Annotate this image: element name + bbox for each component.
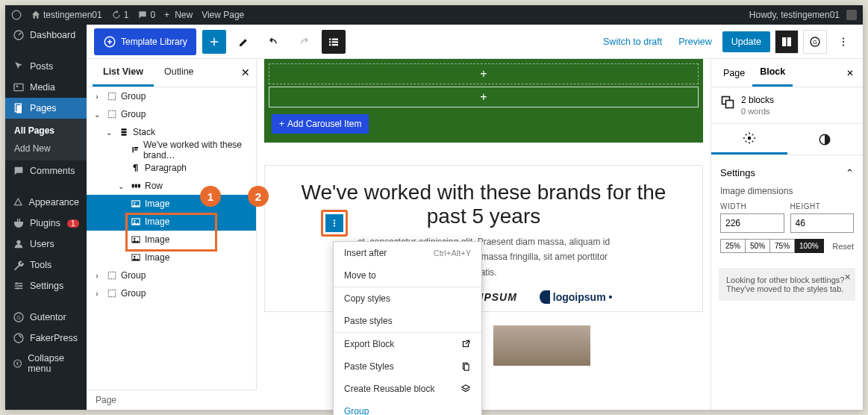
nav-appearance[interactable]: Appearance [5,192,87,213]
add-block-button[interactable] [202,30,226,54]
close-settings-icon[interactable]: ✕ [842,63,858,83]
editor-topbar: Template Library Switch to draft Preview… [87,25,863,59]
tree-paragraph[interactable]: Paragraph [87,159,256,177]
nav-plugins[interactable]: Plugins1 [5,213,87,234]
tree-group[interactable]: ›Group [87,266,256,284]
pct-75[interactable]: 75% [770,239,795,253]
undo-icon[interactable] [262,30,286,54]
brands-card[interactable]: We've worked with these brands for the p… [264,165,703,312]
view-page[interactable]: View Page [202,10,244,20]
carousel-block[interactable]: + + + Add Carousel Item [264,59,703,143]
tab-list-view[interactable]: List View [93,59,154,87]
styles-notice: Looking for other block settings? They'v… [719,268,855,301]
wp-logo-icon[interactable] [11,10,22,20]
nav-collapse[interactable]: Collapse menu [5,349,87,378]
tree-stack[interactable]: ⌄Stack [87,123,256,141]
svg-rect-37 [135,184,137,188]
nav-comments[interactable]: Comments [5,160,87,181]
logo-3[interactable]: logoipsum• [540,290,613,304]
width-input[interactable] [720,213,784,233]
nav-tools[interactable]: Tools [5,255,87,275]
close-notice-icon[interactable]: ✕ [844,272,851,282]
ctx-reusable[interactable]: Create Reusable block [334,378,481,400]
height-label: HEIGHT [790,202,821,210]
settings-header[interactable]: Settings⌃ [720,163,854,183]
tree-group[interactable]: ›Group [87,284,256,302]
nav-dashboard[interactable]: Dashboard [5,25,87,46]
tab-block[interactable]: Block [752,59,793,87]
svg-rect-33 [122,128,127,130]
more-menu-icon[interactable] [831,30,855,54]
pct-25[interactable]: 25% [720,239,746,253]
close-listview-icon[interactable]: ✕ [241,66,250,78]
svg-rect-31 [108,93,115,99]
svg-rect-22 [329,44,331,46]
comments-count[interactable]: 0 [137,10,155,20]
nav-gutentor[interactable]: GGutentor [5,307,87,328]
svg-point-3 [16,85,19,87]
update-button[interactable]: Update [722,31,770,52]
pct-100[interactable]: 100% [795,239,824,253]
nav-fakerpress[interactable]: FakerPress [5,328,87,349]
svg-rect-20 [329,41,331,43]
admin-bar: testingemen01 1 0 +New View Page Howdy, … [5,5,863,25]
svg-point-0 [12,10,21,19]
gutentor-icon[interactable]: G [803,30,827,54]
tree-row[interactable]: ⌄Row [87,177,256,195]
svg-rect-64 [464,364,469,370]
ctx-paste-styles2[interactable]: Paste Styles [334,355,481,378]
styles-tab-icon[interactable] [787,124,864,155]
nav-add-new-page[interactable]: Add New [5,140,87,157]
nav-settings[interactable]: Settings [5,275,87,296]
ctx-export-block[interactable]: Export Block [334,333,481,355]
svg-point-12 [16,287,19,290]
dimensions-label: Image dimensions [720,186,854,196]
new-menu[interactable]: +New [164,10,193,20]
ctx-group[interactable]: Group [334,400,481,415]
edit-icon[interactable] [232,30,256,54]
add-carousel-button[interactable]: + Add Carousel Item [272,114,369,134]
tab-outline[interactable]: Outline [154,59,204,87]
nav-users[interactable]: Users [5,234,87,255]
image-placeholder[interactable] [493,325,590,366]
refresh-count[interactable]: 1 [111,10,129,20]
nav-pages[interactable]: Pages [5,98,87,119]
svg-rect-2 [14,84,23,90]
ctx-move-to[interactable]: Move to [334,264,481,287]
nav-posts[interactable]: Posts [5,56,87,77]
annotation-highlight-1 [125,213,217,252]
tree-image-selected[interactable]: Image [87,195,256,213]
redo-icon[interactable] [292,30,316,54]
svg-point-15 [14,334,23,343]
nav-all-pages[interactable]: All Pages [5,122,87,140]
annotation-highlight-2 [321,210,348,237]
settings-toggle-icon[interactable] [775,30,799,54]
chevron-up-icon: ⌃ [846,167,854,178]
preview-button[interactable]: Preview [672,37,717,47]
tree-group[interactable]: ›Group [87,87,256,105]
reset-button[interactable]: Reset [832,242,854,251]
ctx-copy-styles[interactable]: Copy styles [334,287,481,310]
listview-toggle-button[interactable] [322,30,346,54]
site-name[interactable]: testingemen01 [31,10,102,20]
tab-page[interactable]: Page [716,60,752,86]
listview-footer: Page [87,390,257,410]
pct-50[interactable]: 50% [746,239,770,253]
svg-rect-25 [787,37,791,46]
ctx-paste-styles[interactable]: Paste styles [334,310,481,333]
svg-rect-36 [132,184,134,188]
width-label: WIDTH [720,202,746,210]
settings-tab-icon[interactable] [711,124,787,155]
svg-point-46 [134,256,135,258]
ctx-insert-after[interactable]: Insert afterCtrl+Alt+Y [334,242,481,264]
tree-group[interactable]: ⌄Group [87,105,256,123]
tree-heading[interactable]: We've worked with these brand… [87,141,256,159]
howdy-user[interactable]: Howdy, testingemen01 [749,10,857,20]
brands-heading[interactable]: We've worked with these brands for the p… [295,181,672,228]
switch-to-draft[interactable]: Switch to draft [597,37,668,47]
height-input[interactable] [790,213,855,233]
template-library-button[interactable]: Template Library [94,28,196,55]
nav-media[interactable]: Media [5,77,87,98]
svg-point-6 [16,240,20,244]
settings-panel: Page Block ✕ 2 blocks0 words Settings⌃ I… [711,59,863,410]
